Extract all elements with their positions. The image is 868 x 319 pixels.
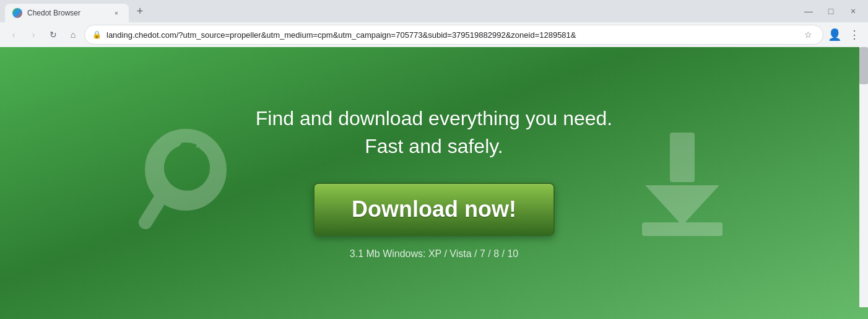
scrollbar-track[interactable]	[859, 47, 868, 307]
headline2: Fast and safely.	[365, 135, 503, 158]
window-controls: — □ ×	[801, 4, 863, 19]
profile-button[interactable]: 👤	[826, 26, 843, 43]
tab-close-button[interactable]: ×	[111, 8, 121, 18]
scrollbar-thumb[interactable]	[859, 47, 868, 84]
tab-favicon	[12, 8, 22, 18]
svg-rect-5	[642, 222, 723, 236]
maximize-button[interactable]: □	[823, 4, 838, 19]
main-content: Find and download everything you need. F…	[0, 47, 868, 319]
content-wrapper: Find and download everything you need. F…	[256, 107, 612, 260]
download-now-button[interactable]: Download now!	[313, 183, 555, 236]
background-search-icon	[136, 126, 235, 240]
file-info: 3.1 Mb Windows: XP / Vista / 7 / 8 / 10	[350, 248, 518, 260]
reload-button[interactable]: ↻	[45, 26, 62, 43]
home-button[interactable]: ⌂	[64, 26, 82, 43]
address-bar[interactable]	[106, 30, 796, 40]
svg-marker-4	[645, 185, 719, 225]
back-button[interactable]: ‹	[5, 26, 22, 43]
browser-tab[interactable]: Chedot Browser ×	[5, 4, 129, 22]
svg-line-1	[145, 198, 161, 222]
tab-title: Chedot Browser	[27, 9, 106, 17]
lock-icon: 🔒	[92, 30, 102, 39]
minimize-button[interactable]: —	[801, 4, 816, 19]
new-tab-button[interactable]: +	[131, 2, 149, 20]
headline1: Find and download everything you need.	[256, 107, 612, 130]
background-download-icon	[633, 126, 732, 240]
svg-rect-3	[670, 133, 695, 182]
bookmark-button[interactable]: ☆	[801, 27, 815, 42]
address-bar-container[interactable]: 🔒 ☆	[84, 25, 823, 45]
more-button[interactable]: ⋮	[846, 26, 863, 43]
close-button[interactable]: ×	[846, 4, 861, 19]
browser-chrome: Chedot Browser × + — □ × ‹ › ↻ ⌂ 🔒 ☆ 👤 ⋮	[0, 0, 868, 47]
title-bar: Chedot Browser × + — □ ×	[0, 0, 868, 22]
forward-button[interactable]: ›	[25, 26, 42, 43]
toolbar: ‹ › ↻ ⌂ 🔒 ☆ 👤 ⋮	[0, 22, 868, 47]
